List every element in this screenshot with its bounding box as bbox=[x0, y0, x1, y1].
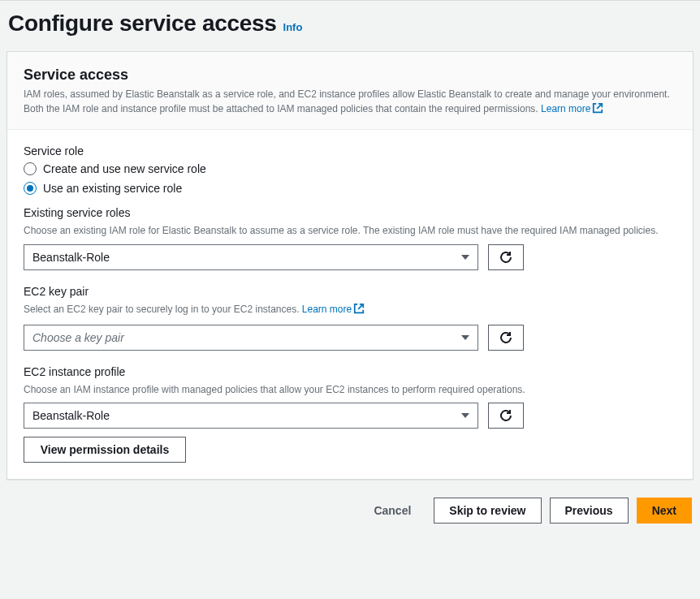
refresh-icon bbox=[499, 409, 512, 422]
refresh-existing-roles-button[interactable] bbox=[488, 244, 524, 270]
service-role-radio-group: Create and use new service role Use an e… bbox=[24, 162, 676, 195]
ec2-key-pair-learn-more-link[interactable]: Learn more bbox=[302, 304, 365, 315]
service-role-section: Service role Create and use new service … bbox=[24, 144, 676, 270]
existing-roles-value: Beanstalk-Role bbox=[32, 251, 110, 264]
ec2-instance-profile-value: Beanstalk-Role bbox=[32, 409, 110, 422]
skip-label: Skip to review bbox=[449, 504, 525, 517]
ec2-key-pair-placeholder: Choose a key pair bbox=[32, 331, 124, 344]
refresh-icon bbox=[499, 331, 512, 344]
learn-more-link[interactable]: Learn more bbox=[541, 103, 603, 114]
refresh-instance-profile-button[interactable] bbox=[488, 403, 524, 429]
ec2-instance-profile-help: Choose an IAM instance profile with mana… bbox=[24, 383, 676, 397]
panel-body: Service role Create and use new service … bbox=[7, 130, 693, 479]
page-header: Configure service access Info bbox=[8, 11, 694, 37]
wizard-footer: Cancel Skip to review Previous Next bbox=[6, 498, 694, 524]
radio-use-existing-role[interactable]: Use an existing service role bbox=[24, 182, 676, 195]
chevron-down-icon bbox=[461, 255, 469, 260]
radio-icon bbox=[24, 182, 37, 195]
skip-to-review-button[interactable]: Skip to review bbox=[434, 498, 541, 524]
info-link[interactable]: Info bbox=[283, 21, 303, 33]
cancel-button[interactable]: Cancel bbox=[359, 498, 426, 524]
radio-create-label: Create and use new service role bbox=[43, 162, 206, 175]
view-permission-details-button[interactable]: View permission details bbox=[24, 437, 186, 463]
next-button[interactable]: Next bbox=[637, 498, 692, 524]
ec2-key-pair-select[interactable]: Choose a key pair bbox=[24, 325, 478, 351]
ec2-key-pair-label: EC2 key pair bbox=[24, 285, 676, 298]
refresh-key-pair-button[interactable] bbox=[488, 325, 524, 351]
external-link-icon bbox=[592, 102, 603, 118]
cancel-label: Cancel bbox=[374, 504, 411, 517]
existing-roles-help: Choose an existing IAM role for Elastic … bbox=[24, 224, 676, 238]
service-access-panel: Service access IAM roles, assumed by Ela… bbox=[6, 51, 694, 480]
radio-existing-label: Use an existing service role bbox=[43, 182, 182, 195]
ec2-instance-profile-section: EC2 instance profile Choose an IAM insta… bbox=[24, 365, 676, 463]
service-role-label: Service role bbox=[24, 144, 676, 157]
radio-dot-icon bbox=[27, 185, 33, 192]
panel-header: Service access IAM roles, assumed by Ela… bbox=[7, 52, 693, 130]
existing-roles-select[interactable]: Beanstalk-Role bbox=[24, 244, 478, 270]
panel-title: Service access bbox=[24, 67, 676, 84]
ec2-instance-profile-label: EC2 instance profile bbox=[24, 365, 676, 378]
chevron-down-icon bbox=[461, 413, 469, 418]
ec2-instance-profile-select[interactable]: Beanstalk-Role bbox=[24, 403, 478, 429]
next-label: Next bbox=[652, 504, 676, 517]
learn-more-label: Learn more bbox=[541, 103, 590, 114]
radio-create-new-role[interactable]: Create and use new service role bbox=[24, 162, 676, 175]
chevron-down-icon bbox=[461, 335, 469, 340]
ec2-key-pair-section: EC2 key pair Select an EC2 key pair to s… bbox=[24, 285, 676, 351]
ec2-key-pair-help: Select an EC2 key pair to securely log i… bbox=[24, 303, 676, 318]
panel-description: IAM roles, assumed by Elastic Beanstalk … bbox=[24, 87, 676, 118]
previous-label: Previous bbox=[565, 504, 613, 517]
previous-button[interactable]: Previous bbox=[550, 498, 629, 524]
radio-icon bbox=[24, 162, 37, 175]
existing-roles-label: Existing service roles bbox=[24, 206, 676, 219]
refresh-icon bbox=[499, 251, 512, 264]
page-title: Configure service access bbox=[8, 11, 277, 37]
external-link-icon bbox=[353, 303, 365, 318]
view-permission-label: View permission details bbox=[41, 443, 169, 456]
learn-more-label: Learn more bbox=[302, 304, 352, 315]
ec2-key-pair-help-text: Select an EC2 key pair to securely log i… bbox=[24, 304, 302, 315]
